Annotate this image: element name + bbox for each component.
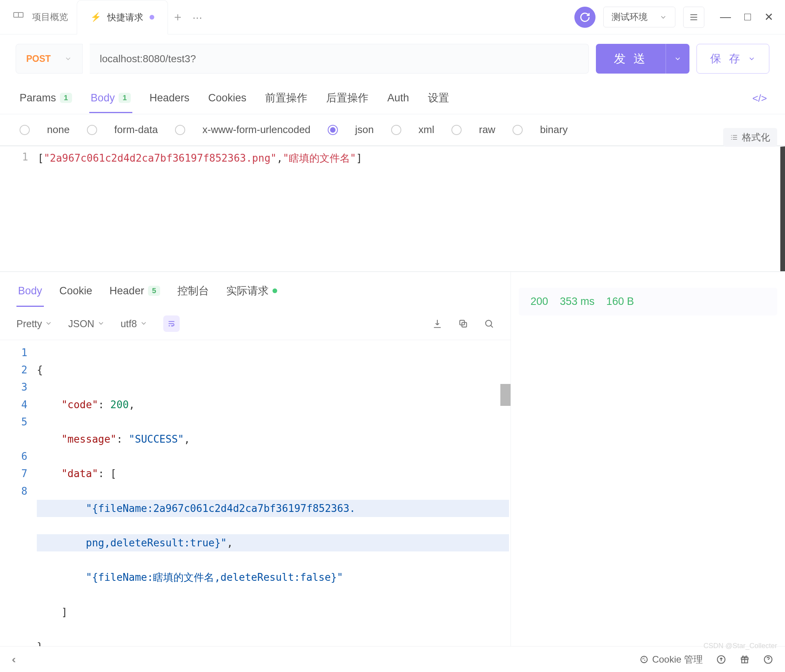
tab-body[interactable]: Body 1 [89, 84, 132, 113]
app-tabbar: 项目概览 ⚡ 快捷请求 ＋ ··· 测试环境 — □ ✕ [0, 0, 785, 34]
response-code: { "code": 200, "message": "SUCCESS", "da… [35, 340, 511, 646]
header-badge: 5 [148, 286, 160, 296]
overview-tab[interactable]: 项目概览 [5, 11, 77, 23]
url-input[interactable]: localhost:8080/test3? [90, 44, 589, 74]
cookie-manage-button[interactable]: Cookie 管理 [640, 653, 703, 666]
svg-point-3 [641, 656, 647, 663]
chevron-down-icon [659, 13, 667, 21]
refresh-icon [579, 12, 590, 23]
radio-json[interactable] [328, 125, 338, 135]
resp-tab-actual[interactable]: 实际请求 [225, 280, 279, 308]
tab-headers[interactable]: Headers [148, 84, 191, 113]
tab-post-script[interactable]: 后置操作 [325, 83, 370, 114]
upload-button[interactable] [716, 654, 726, 665]
tab-params[interactable]: Params 1 [18, 84, 74, 113]
window-controls: 测试环境 — □ ✕ [574, 7, 780, 28]
help-button[interactable] [763, 654, 773, 665]
footer-bar: ‹‹ Cookie 管理 [0, 646, 785, 672]
menu-icon [689, 12, 699, 22]
help-icon [763, 654, 773, 665]
lang-select[interactable]: JSON [68, 318, 105, 330]
copy-button[interactable] [458, 319, 468, 329]
body-badge: 1 [119, 93, 131, 103]
response-body-editor[interactable]: 12345 678 { "code": 200, "message": "SUC… [0, 340, 511, 646]
gift-button[interactable] [740, 654, 750, 665]
body-type-radio-group: none form-data x-www-form-urlencoded jso… [0, 114, 785, 146]
maximize-button[interactable]: □ [744, 11, 751, 23]
chevron-down-icon [97, 319, 105, 327]
radio-raw[interactable] [451, 125, 462, 135]
close-button[interactable]: ✕ [764, 11, 773, 23]
search-button[interactable] [484, 319, 494, 329]
unsaved-indicator-icon [150, 15, 154, 20]
copy-icon [458, 319, 468, 329]
format-button[interactable]: 格式化 [723, 128, 777, 147]
tab-more-button[interactable]: ··· [188, 11, 207, 24]
chevron-down-icon [748, 55, 756, 63]
tab-label: 快捷请求 [107, 11, 143, 23]
radio-xwww[interactable] [175, 125, 185, 135]
tab-cookies[interactable]: Cookies [207, 84, 248, 113]
radio-none[interactable] [20, 125, 30, 135]
response-tabs: Body Cookie Header 5 控制台 实际请求 [0, 272, 511, 308]
tab-pre-script[interactable]: 前置操作 [263, 83, 309, 114]
encoding-select[interactable]: utf8 [121, 318, 148, 330]
response-time: 353 ms [560, 295, 595, 308]
resp-tab-cookie[interactable]: Cookie [58, 281, 94, 307]
wrap-toggle-button[interactable] [163, 315, 180, 332]
status-dot-icon [272, 288, 277, 293]
save-button[interactable]: 保 存 [697, 44, 769, 74]
status-code: 200 [531, 295, 548, 308]
environment-select[interactable]: 测试环境 [603, 7, 675, 27]
svg-point-5 [644, 659, 645, 661]
resp-tab-console[interactable]: 控制台 [176, 280, 211, 308]
request-tabs: Params 1 Body 1 Headers Cookies 前置操作 后置操… [0, 83, 785, 114]
body-editor[interactable]: 1 ["2a967c061c2d4d2ca7bf36197f852363.png… [0, 146, 785, 271]
code-snippet-button[interactable]: </> [752, 92, 767, 104]
grid-icon [13, 12, 23, 22]
minimize-button[interactable]: — [720, 11, 731, 23]
body-code[interactable]: ["2a967c061c2d4d2ca7bf36197f852363.png",… [35, 146, 785, 271]
line-gutter: 1 [0, 146, 35, 271]
response-stats: 200 353 ms 160 B [511, 272, 785, 646]
tab-quick-request[interactable]: ⚡ 快捷请求 [77, 0, 168, 34]
chevron-down-icon [45, 319, 52, 327]
response-panel: Body Cookie Header 5 控制台 实际请求 Pretty JSO… [0, 271, 785, 646]
svg-point-2 [485, 320, 491, 326]
response-toolbar: Pretty JSON utf8 [0, 308, 511, 340]
view-mode-select[interactable]: Pretty [16, 318, 52, 330]
collapse-sidebar-button[interactable]: ‹‹ [12, 653, 13, 666]
align-icon [730, 133, 738, 141]
resp-tab-header[interactable]: Header 5 [108, 281, 162, 307]
send-button[interactable]: 发 送 [596, 44, 689, 74]
method-label: POST [26, 54, 51, 64]
refresh-button[interactable] [574, 7, 596, 28]
request-bar: POST localhost:8080/test3? 发 送 保 存 [0, 34, 785, 83]
watermark: CSDN @Star_Collecter [704, 642, 777, 650]
tab-auth[interactable]: Auth [386, 84, 411, 113]
settings-button[interactable] [683, 7, 704, 28]
bolt-icon: ⚡ [90, 12, 101, 22]
params-badge: 1 [60, 93, 72, 103]
wrap-icon [167, 319, 176, 328]
send-dropdown[interactable] [666, 44, 689, 74]
chevron-down-icon [674, 55, 682, 63]
search-icon [484, 319, 494, 329]
radio-binary[interactable] [513, 125, 523, 135]
download-button[interactable] [432, 319, 442, 329]
resp-tab-body[interactable]: Body [16, 281, 44, 307]
method-select[interactable]: POST [16, 44, 83, 74]
response-gutter: 12345 678 [0, 340, 35, 646]
cookie-icon [640, 655, 648, 664]
chevron-down-icon [64, 55, 72, 63]
radio-xml[interactable] [391, 125, 401, 135]
response-size: 160 B [606, 295, 634, 308]
tab-settings[interactable]: 设置 [426, 83, 451, 114]
radio-formdata[interactable] [87, 125, 97, 135]
svg-point-6 [644, 658, 644, 658]
download-icon [432, 319, 442, 329]
new-tab-button[interactable]: ＋ [168, 9, 188, 25]
scrollbar-thumb[interactable] [500, 384, 511, 406]
upload-icon [716, 654, 726, 665]
body-editor-area: 格式化 1 ["2a967c061c2d4d2ca7bf36197f852363… [0, 146, 785, 271]
